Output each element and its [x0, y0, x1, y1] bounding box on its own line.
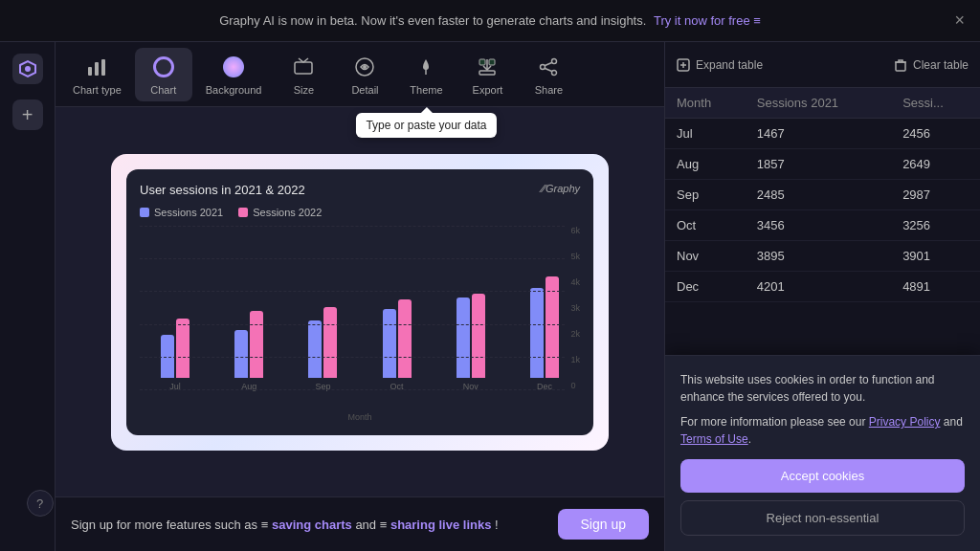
legend-2022: Sessions 2022 [238, 207, 322, 218]
chart-type-icon [83, 54, 110, 80]
chart-header: User sessions in 2021 & 2022 ⁄⁄Graphy [140, 183, 580, 197]
col-sessions-2021: Sessions 2021 [746, 88, 891, 119]
table-row: Dec 4201 4891 [665, 272, 980, 302]
signup-highlight2: sharing live links [390, 518, 492, 532]
cookie-terms-link[interactable]: Terms of Use [680, 432, 748, 446]
legend-dot-2022 [238, 208, 248, 217]
cell-s2021: 3456 [746, 210, 891, 241]
chart-title: User sessions in 2021 & 2022 [140, 183, 305, 197]
svg-point-11 [552, 58, 557, 63]
col-sessions-2022: Sessi... [891, 88, 980, 119]
bar-chart: 6k5k4k3k2k1k0 Jul [140, 226, 580, 422]
svg-rect-8 [479, 71, 495, 75]
legend-dot-2021 [140, 208, 149, 217]
grid-lines [140, 226, 565, 391]
svg-point-13 [552, 70, 557, 75]
svg-rect-2 [88, 67, 92, 76]
toolbar-share[interactable]: Share [520, 48, 577, 101]
help-button[interactable]: ? [27, 490, 54, 517]
x-axis-title: Month [140, 412, 580, 422]
bar-chart-body: 6k5k4k3k2k1k0 Jul [140, 226, 580, 410]
toolbar: Chart type Chart Background [56, 42, 664, 107]
chart-icon [150, 54, 177, 80]
chart-area: User sessions in 2021 & 2022 ⁄⁄Graphy Se… [56, 107, 664, 496]
cell-s2022: 2987 [891, 180, 980, 210]
trash-icon [894, 58, 907, 72]
svg-point-7 [363, 65, 367, 69]
theme-icon [412, 54, 439, 80]
theme-label: Theme [410, 84, 442, 96]
clear-table-button[interactable]: Clear table [894, 58, 969, 72]
cell-s2021: 1857 [746, 149, 891, 180]
accept-cookies-button[interactable]: Accept cookies [680, 459, 965, 493]
toolbar-chart[interactable]: Chart [135, 48, 192, 101]
cell-month: Oct [665, 210, 746, 241]
toolbar-theme[interactable]: Theme Type or paste your data [397, 48, 455, 101]
cell-month: Jul [665, 119, 746, 149]
col-month: Month [665, 88, 746, 119]
cookie-popup: This website uses cookies in order to fu… [665, 355, 980, 551]
chart-inner: User sessions in 2021 & 2022 ⁄⁄Graphy Se… [126, 169, 593, 435]
legend-label-2021: Sessions 2021 [154, 207, 223, 218]
svg-rect-4 [101, 59, 105, 76]
cell-s2022: 4891 [891, 272, 980, 302]
toolbar-chart-type[interactable]: Chart type [63, 48, 131, 101]
signup-highlight1: saving charts [272, 518, 352, 532]
chart-logo: ⁄⁄Graphy [542, 183, 580, 194]
cell-s2022: 3256 [891, 210, 980, 241]
cookie-privacy-link[interactable]: Privacy Policy [869, 415, 941, 429]
cookie-body: For more information please see our Priv… [680, 413, 965, 448]
chart-legend: Sessions 2021 Sessions 2022 [140, 207, 580, 218]
cell-s2022: 2649 [891, 149, 980, 180]
table-row: Nov 3895 3901 [665, 241, 980, 272]
table-header-bar: Expand table Clear table [665, 42, 980, 88]
toolbar-detail[interactable]: Detail [336, 48, 393, 101]
svg-rect-9 [479, 59, 485, 65]
cookie-buttons: Accept cookies Reject non-essential [680, 459, 965, 536]
chart-type-label: Chart type [73, 84, 122, 96]
svg-rect-5 [295, 62, 312, 74]
size-label: Size [294, 84, 314, 96]
sidebar-logo [12, 54, 43, 84]
expand-icon [677, 58, 690, 72]
svg-point-1 [25, 66, 31, 72]
chart-preview: User sessions in 2021 & 2022 ⁄⁄Graphy Se… [111, 154, 609, 451]
cell-month: Dec [665, 272, 746, 302]
reject-cookies-button[interactable]: Reject non-essential [680, 500, 965, 536]
cell-s2021: 1467 [746, 119, 891, 149]
toolbar-size[interactable]: Size [275, 48, 332, 101]
background-icon [220, 54, 247, 80]
signup-bar: Sign up for more features such as ≡ savi… [56, 496, 664, 551]
cell-s2021: 2485 [746, 180, 891, 210]
legend-label-2022: Sessions 2022 [253, 207, 322, 218]
svg-rect-15 [896, 62, 905, 71]
export-icon [474, 54, 501, 80]
detail-icon [351, 54, 378, 80]
cell-s2022: 2456 [891, 119, 980, 149]
table-row: Aug 1857 2649 [665, 149, 980, 180]
toolbar-export[interactable]: Export [458, 48, 516, 101]
export-label: Export [473, 84, 503, 96]
legend-2021: Sessions 2021 [140, 207, 223, 218]
toolbar-background[interactable]: Background [196, 48, 272, 101]
cell-month: Sep [665, 180, 746, 210]
toolbar-tooltip: Type or paste your data [356, 113, 496, 138]
table-row: Oct 3456 3256 [665, 210, 980, 241]
cell-month: Nov [665, 241, 746, 272]
svg-rect-10 [489, 59, 495, 65]
size-icon [290, 54, 317, 80]
signup-button[interactable]: Sign up [558, 509, 649, 540]
cell-month: Aug [665, 149, 746, 180]
top-banner: Graphy AI is now in beta. Now it's even … [0, 0, 980, 42]
share-label: Share [535, 84, 563, 96]
cell-s2021: 4201 [746, 272, 891, 302]
banner-close[interactable]: × [954, 11, 965, 31]
table-row: Sep 2485 2987 [665, 180, 980, 210]
add-new-button[interactable]: + [12, 99, 43, 130]
background-label: Background [206, 84, 262, 96]
banner-cta[interactable]: Try it now for free ≡ [654, 13, 761, 28]
cell-s2021: 3895 [746, 241, 891, 272]
banner-text: Graphy AI is now in beta. Now it's even … [219, 13, 761, 28]
svg-point-12 [541, 64, 546, 69]
expand-table-button[interactable]: Expand table [677, 58, 763, 72]
